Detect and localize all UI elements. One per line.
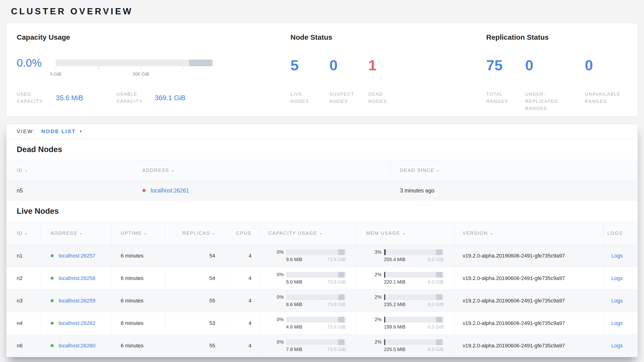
mem-total-value: 8.0 GiB xyxy=(428,279,444,285)
capacity-total-value: 73.8 GiB xyxy=(327,302,346,307)
capacity-percent: 0% xyxy=(268,294,284,300)
dead-col-address[interactable]: ADDRESS▼ xyxy=(134,160,390,181)
logs-link[interactable]: Logs xyxy=(611,320,623,326)
stat-label: UNDER-REPLICATED RANGES xyxy=(525,91,551,112)
node-address-cell: localhost:26259 xyxy=(40,290,112,312)
live-col-capacity-usage[interactable]: CAPACITY USAGE▼ xyxy=(259,222,356,245)
mem-percent: 2% xyxy=(366,339,382,345)
stat-label: SUSPECT NODES xyxy=(330,91,355,105)
dead-col-dead-since[interactable]: DEAD SINCE▼ xyxy=(390,160,638,181)
live-col-uptime[interactable]: UPTIME▼ xyxy=(112,222,165,245)
axis-tick xyxy=(56,67,56,70)
node-id-cell: n1 xyxy=(6,245,40,267)
stat-block: 5 LIVE NODES xyxy=(290,57,330,105)
view-dropdown[interactable]: NODE LIST ▼ xyxy=(41,128,83,135)
node-address-link[interactable]: localhost:26260 xyxy=(59,343,96,349)
cpus-cell: 4 xyxy=(224,334,259,357)
capacity-used-value: 5.0 MiB xyxy=(286,279,302,285)
live-col-address[interactable]: ADDRESS▼ xyxy=(40,222,112,245)
node-id-cell: n5 xyxy=(6,181,134,201)
sort-icon: ▼ xyxy=(436,169,440,173)
node-address-link[interactable]: localhost:26262 xyxy=(59,320,96,326)
live-col-replicas[interactable]: REPLICAS▼ xyxy=(165,222,224,245)
used-capacity-label: USED CAPACITY xyxy=(17,91,46,105)
mem-fill xyxy=(384,294,385,300)
used-capacity-value: 35.6 MiB xyxy=(56,94,116,102)
capacity-usage-cell: 0% 8.6 MiB 73.8 GiB xyxy=(259,290,356,312)
view-selector-bar: VIEW: NODE LIST ▼ xyxy=(6,124,638,139)
capacity-bar xyxy=(286,317,346,322)
replicas-cell: 55 xyxy=(165,334,224,357)
live-col-mem-usage[interactable]: MEM USAGE▼ xyxy=(356,222,454,245)
capacity-bar-marker xyxy=(189,60,212,66)
mem-bar-marker xyxy=(436,339,442,345)
mem-fill xyxy=(384,249,386,255)
mem-usage-cell: 3% 255.4 MiB 8.0 GiB xyxy=(356,245,454,267)
capacity-usage-cell: 0% 7.8 MiB 73.8 GiB xyxy=(259,334,356,357)
cpus-cell: 4 xyxy=(224,245,259,267)
version-cell: v19.2.0-alpha.20190606-2491-gfe735c9a97 xyxy=(454,290,603,312)
dead-col-id[interactable]: ID▼ xyxy=(6,160,134,181)
chevron-down-icon: ▼ xyxy=(79,129,83,133)
sort-icon: ▼ xyxy=(80,232,82,236)
node-address-cell: localhost:26260 xyxy=(40,334,112,357)
sort-icon: ▼ xyxy=(172,169,174,173)
capacity-bar-row: 0.0% 0 GiB 200 GiB xyxy=(17,60,290,77)
mem-total-value: 8.0 GiB xyxy=(428,347,444,352)
replicas-cell: 54 xyxy=(165,245,224,267)
mem-used-value: 225.5 MiB xyxy=(384,347,406,352)
logs-link[interactable]: Logs xyxy=(611,343,623,349)
mem-percent: 2% xyxy=(366,272,382,277)
sort-icon: ▼ xyxy=(144,232,147,236)
replication-status-title: Replication Status xyxy=(486,33,638,42)
stat-block: 75 TOTAL RANGES xyxy=(486,57,525,112)
capacity-bar xyxy=(56,60,212,66)
sort-icon: ▼ xyxy=(319,232,322,236)
capacity-usage-cell: 0% 9.6 MiB 73.8 GiB xyxy=(259,245,356,267)
logs-link[interactable]: Logs xyxy=(611,298,623,304)
live-node-dot-icon xyxy=(50,254,54,257)
logs-link[interactable]: Logs xyxy=(611,253,623,259)
replication-stats: 75 TOTAL RANGES 0 UNDER-REPLICATED RANGE… xyxy=(486,57,638,112)
mem-used-value: 235.2 MiB xyxy=(384,302,406,307)
capacity-usage-section: Capacity Usage 0.0% 0 GiB 200 Gi xyxy=(17,23,290,116)
capacity-total-value: 73.8 GiB xyxy=(327,324,346,330)
stat-value: 0 xyxy=(585,57,624,74)
mem-bar xyxy=(384,272,444,278)
usable-capacity-value: 369.1 GiB xyxy=(155,94,186,102)
mem-bar-marker xyxy=(436,317,442,322)
cpus-cell: 4 xyxy=(224,267,259,290)
node-status-section: Node Status 5 LIVE NODES 0 SUSPECT NODES… xyxy=(290,23,486,116)
table-header-row: ID▼ ADDRESS▼ UPTIME▼ REPLICAS▼ CPUS CAPA… xyxy=(6,222,638,245)
capacity-bar-marker xyxy=(338,317,344,322)
logs-link[interactable]: Logs xyxy=(611,275,623,281)
sort-icon: ▼ xyxy=(24,232,28,236)
table-row: n4 localhost:26262 6 minutes 53 4 0% xyxy=(6,312,638,334)
dead-node-dot-icon xyxy=(142,189,146,192)
cpus-cell: 4 xyxy=(224,312,259,334)
mem-percent: 2% xyxy=(366,317,382,322)
node-address-link[interactable]: localhost:26258 xyxy=(59,275,96,281)
page-title: CLUSTER OVERVIEW xyxy=(6,0,638,17)
node-status-stats: 5 LIVE NODES 0 SUSPECT NODES 1 DEAD NODE… xyxy=(290,57,486,105)
capacity-percent: 0% xyxy=(268,272,284,277)
live-col-cpus[interactable]: CPUS xyxy=(224,222,259,245)
mem-bar-marker xyxy=(436,249,442,255)
version-cell: v19.2.0-alpha.20190606-2491-gfe735c9a97 xyxy=(454,312,603,334)
dead-nodes-table: ID▼ ADDRESS▼ DEAD SINCE▼ n5 localhost:26… xyxy=(6,160,638,201)
live-col-logs: LOGS xyxy=(603,222,638,245)
live-node-dot-icon xyxy=(50,344,54,347)
node-address-link[interactable]: localhost:26259 xyxy=(59,298,96,304)
node-address-cell: localhost:26262 xyxy=(40,312,112,334)
axis-label-0gib: 0 GiB xyxy=(50,72,61,77)
node-address-link[interactable]: localhost:26257 xyxy=(59,253,96,259)
capacity-percent: 0% xyxy=(268,317,284,322)
capacity-axis-labels: 0 GiB 200 GiB xyxy=(56,72,212,77)
mem-bar xyxy=(384,339,444,345)
capacity-used-value: 9.6 MiB xyxy=(286,257,302,262)
live-col-version[interactable]: VERSION▼ xyxy=(454,222,603,245)
cpus-cell: 4 xyxy=(224,290,259,312)
live-col-id[interactable]: ID▼ xyxy=(6,222,40,245)
axis-tick xyxy=(140,67,141,70)
node-address-link[interactable]: localhost:26261 xyxy=(150,188,189,194)
